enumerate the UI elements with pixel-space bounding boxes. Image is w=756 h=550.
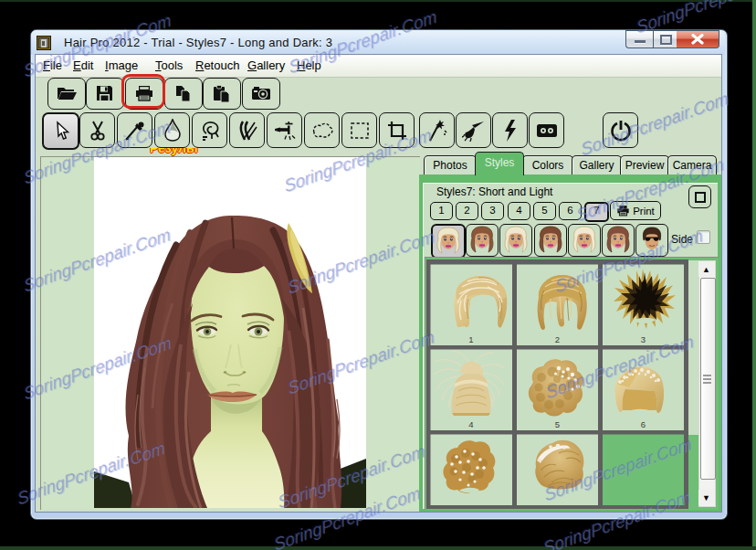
- svg-text:4: 4: [468, 419, 473, 429]
- svg-text:6: 6: [641, 419, 646, 429]
- svg-text:2: 2: [555, 334, 560, 344]
- svg-text:1: 1: [468, 334, 473, 344]
- svg-text:5: 5: [555, 419, 560, 429]
- svg-text:3: 3: [641, 334, 646, 344]
